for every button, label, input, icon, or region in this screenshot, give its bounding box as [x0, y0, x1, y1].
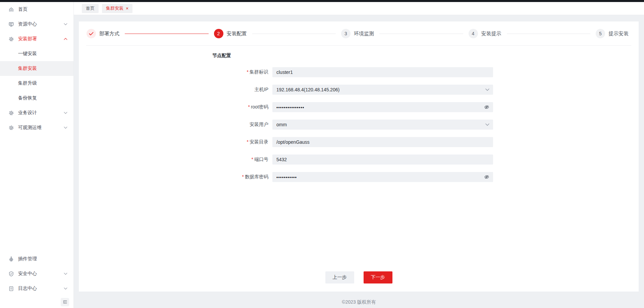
step-connector — [507, 34, 591, 34]
form-row-install-dir: *安装目录 /opt/openGauss — [79, 137, 639, 147]
input-value: ••••••••••• — [276, 175, 297, 180]
host-ip-select[interactable]: 192.168.48.4(120.48.145.206) — [272, 85, 493, 95]
step-label: 提示安装 — [608, 31, 629, 37]
cluster-id-input[interactable]: cluster1 — [272, 67, 493, 77]
install-user-select[interactable]: omm — [272, 120, 493, 130]
sidebar-item-label: 安全中心 — [18, 271, 37, 277]
field-label: 安装用户 — [191, 122, 268, 128]
monitor-icon — [8, 21, 14, 27]
sidebar-item-resource-center[interactable]: 资源中心 — [0, 17, 73, 32]
sidebar-item-label: 可观测运维 — [18, 125, 42, 131]
field-label: *安装目录 — [191, 139, 268, 145]
form-row-install-user: 安装用户 omm — [79, 120, 639, 130]
sidebar-item-label: 首页 — [18, 6, 28, 12]
sidebar-item-backup-restore[interactable]: 备份恢复 — [0, 91, 73, 105]
field-label: *数据库密码 — [191, 174, 268, 180]
port-input[interactable]: 5432 — [272, 155, 493, 165]
home-icon — [8, 7, 14, 12]
eye-off-icon[interactable] — [484, 174, 489, 180]
sidebar-item-onekey-install[interactable]: 一键安装 — [0, 46, 73, 61]
chevron-up-icon — [64, 38, 67, 40]
tab-label: 集群安装 — [106, 5, 123, 11]
db-password-input[interactable]: ••••••••••• — [272, 172, 493, 182]
sidebar: 首页 资源中心 安装部署 一键安装 集群安装 集群升级 备份恢复 业务设计 — [0, 2, 74, 308]
sidebar-collapse-row — [0, 296, 73, 308]
sidebar-item-install-deploy[interactable]: 安装部署 — [0, 32, 73, 46]
input-value: 5432 — [276, 157, 287, 162]
step-prompt-install: 5 提示安装 — [596, 29, 629, 38]
install-dir-input[interactable]: /opt/openGauss — [272, 137, 493, 147]
shield-check-icon — [8, 271, 14, 277]
main-area: 首页 集群安装 × 部署方式 2 安装配置 3 环境监测 — [74, 2, 644, 308]
sidebar-item-label: 日志中心 — [18, 285, 37, 292]
sidebar-item-label: 安装部署 — [18, 36, 37, 42]
step-connector — [379, 34, 463, 34]
form-row-cluster-id: *集群标识 cluster1 — [79, 67, 639, 77]
tab-home[interactable]: 首页 — [82, 4, 99, 13]
required-mark: * — [242, 174, 244, 179]
sidebar-item-security-center[interactable]: 安全中心 — [0, 266, 73, 281]
eye-off-icon[interactable] — [484, 104, 489, 110]
step-deploy-mode: 部署方式 — [87, 29, 214, 38]
sidebar-item-home[interactable]: 首页 — [0, 2, 73, 17]
field-label: *集群标识 — [191, 69, 268, 75]
sidebar-item-label: 资源中心 — [18, 21, 37, 27]
input-value: /opt/openGauss — [276, 139, 310, 145]
sidebar-item-label: 业务设计 — [18, 110, 37, 116]
sidebar-item-business-design[interactable]: 业务设计 — [0, 105, 73, 120]
sidebar-item-label: 集群安装 — [18, 65, 37, 72]
root-password-input[interactable]: ••••••••••••••• — [272, 102, 493, 112]
close-icon[interactable]: × — [126, 6, 128, 11]
step-label: 安装提示 — [481, 31, 501, 37]
step-number: 2 — [214, 29, 223, 38]
chevron-down-icon — [64, 23, 67, 26]
sidebar-item-log-center[interactable]: 日志中心 — [0, 281, 73, 296]
menu-fold-icon — [63, 300, 67, 304]
content-panel: 部署方式 2 安装配置 3 环境监测 4 安装提示 5 提示安装 — [79, 21, 639, 292]
form-row-host-ip: 主机IP 192.168.48.4(120.48.145.206) — [79, 85, 639, 95]
sidebar-item-label: 备份恢复 — [18, 95, 37, 101]
wizard-stepper: 部署方式 2 安装配置 3 环境监测 4 安装提示 5 提示安装 — [87, 28, 629, 40]
field-label: 主机IP — [191, 87, 268, 93]
prev-step-button[interactable]: 上一步 — [325, 271, 354, 283]
sidebar-item-observability-ops[interactable]: 可观测运维 — [0, 120, 73, 135]
step-connector — [125, 34, 209, 34]
input-value: cluster1 — [276, 70, 293, 75]
required-mark: * — [247, 139, 249, 144]
step-label: 安装配置 — [227, 31, 247, 37]
sidebar-collapse-button[interactable] — [61, 298, 69, 306]
chevron-down-icon — [64, 112, 67, 114]
sidebar-bottom-group: 插件管理 安全中心 日志中心 — [0, 252, 73, 308]
form-row-db-password: *数据库密码 ••••••••••• — [79, 172, 639, 182]
step-number: 3 — [341, 29, 351, 38]
step-label: 部署方式 — [99, 31, 119, 37]
required-mark: * — [247, 69, 249, 75]
sidebar-item-cluster-install[interactable]: 集群安装 — [0, 61, 73, 76]
node-config-form: *集群标识 cluster1 主机IP 192.168.48.4(120.48.… — [79, 67, 639, 182]
sidebar-item-label: 集群升级 — [18, 80, 37, 86]
chevron-down-icon — [64, 127, 67, 129]
chevron-down-icon[interactable] — [485, 123, 489, 126]
tab-cluster-install[interactable]: 集群安装 × — [102, 4, 132, 13]
gear-icon — [8, 125, 14, 131]
step-connector — [252, 34, 336, 34]
sidebar-item-cluster-upgrade[interactable]: 集群升级 — [0, 76, 73, 91]
select-value: 192.168.48.4(120.48.145.206) — [276, 87, 339, 92]
check-icon — [89, 32, 94, 36]
stepper-divider — [86, 45, 631, 46]
chevron-down-icon — [64, 273, 67, 275]
tab-bar: 首页 集群安装 × — [74, 2, 644, 15]
sidebar-item-plugin-manage[interactable]: 插件管理 — [0, 252, 73, 266]
sidebar-item-label: 插件管理 — [18, 256, 37, 262]
input-value: ••••••••••••••• — [276, 105, 304, 110]
required-mark: * — [252, 157, 253, 162]
next-step-button[interactable]: 下一步 — [364, 271, 392, 283]
step-install-config: 2 安装配置 — [214, 29, 341, 38]
plugin-globe-icon — [8, 256, 14, 262]
step-env-check: 3 环境监测 — [341, 29, 469, 38]
step-label: 环境监测 — [354, 31, 374, 37]
chevron-down-icon[interactable] — [485, 88, 489, 91]
step-install-hint: 4 安装提示 — [469, 29, 596, 38]
form-row-root-password: *root密码 ••••••••••••••• — [79, 102, 639, 112]
step-number: 4 — [469, 29, 478, 38]
